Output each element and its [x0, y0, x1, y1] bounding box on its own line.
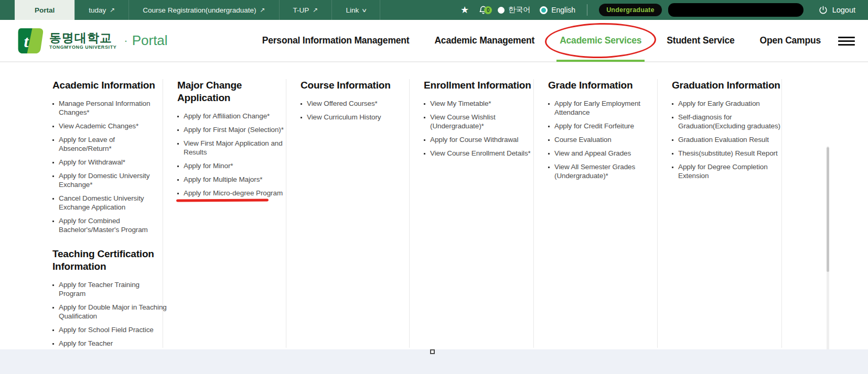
menu-item-self-diagnosis-for-graduation-excluding-graduates[interactable]: Self-diagnosis for Graduation(Excluding … [672, 113, 786, 130]
menu-item-label: Apply for Leave of Absence/Return* [59, 135, 167, 153]
menu-item-label: Self-diagnosis for Graduation(Excluding … [678, 113, 786, 130]
menu-item-view-curriculum-history[interactable]: View Curriculum History [301, 113, 415, 122]
radio-dot-selected-icon [540, 6, 548, 14]
nav-item-label: Personal Information Management [262, 35, 410, 46]
main-navigation: Personal Information ManagementAcademic … [250, 20, 833, 62]
topbar-tab-tuday[interactable]: tuday↗ [74, 0, 128, 20]
menu-item-label: View and Appeal Grades [554, 149, 631, 158]
menu-item-label: Apply for Teacher Training Program [59, 280, 167, 298]
menu-column-6: Graduation InformationApply for Early Gr… [672, 79, 786, 194]
menu-item-label: Apply for Early Graduation [678, 99, 760, 108]
menu-section-title: Enrollment Information [424, 79, 538, 92]
nav-academic-services[interactable]: Academic Services [547, 20, 654, 62]
menu-item-apply-for-first-major-selection[interactable]: Apply for First Major (Selection)* [177, 125, 292, 134]
menu-item-view-first-major-application-and-results[interactable]: View First Major Application and Results [177, 139, 292, 157]
menu-item-view-course-wishlist-undergraduate[interactable]: View Course Wishlist (Undergraduate)* [424, 113, 538, 130]
menu-item-manage-personal-information-changes[interactable]: Manage Personal Information Changes* [52, 99, 167, 117]
menu-item-course-evaluation[interactable]: Course Evaluation [548, 135, 662, 144]
topbar-tab-t-up[interactable]: T-UP↗ [279, 0, 332, 20]
bullet-icon [548, 153, 550, 155]
menu-item-apply-for-affiliation-change[interactable]: Apply for Affiliation Change* [177, 112, 292, 120]
topbar-tab-link[interactable]: Link∨ [331, 0, 380, 20]
topbar-tab-label: Link [346, 6, 359, 14]
menu-item-apply-for-teacher-training-program[interactable]: Apply for Teacher Training Program [52, 280, 167, 298]
menu-item-view-all-semester-grades-undergraduate[interactable]: View All Semester Grades (Undergraduate)… [548, 162, 662, 180]
topbar-tab-label: tuday [89, 6, 106, 14]
menu-item-list: Apply for Teacher Training ProgramApply … [52, 280, 167, 348]
menu-item-view-and-appeal-grades[interactable]: View and Appeal Grades [548, 149, 662, 158]
menu-item-view-my-timetable[interactable]: View My Timetable* [424, 99, 538, 108]
menu-item-label: Apply for Micro-degree Program [184, 189, 283, 197]
menu-item-cancel-domestic-university-exchange-application[interactable]: Cancel Domestic University Exchange Appl… [52, 194, 167, 212]
menu-item-apply-for-double-major-in-teaching-qualification[interactable]: Apply for Double Major in Teaching Quali… [52, 303, 167, 321]
menu-item-apply-for-multiple-majors[interactable]: Apply for Multiple Majors* [177, 175, 292, 184]
menu-item-view-offered-courses[interactable]: View Offered Courses* [301, 99, 415, 108]
language-option-english[interactable]: English [540, 6, 575, 14]
notifications-bell-button[interactable]: 0 [478, 5, 488, 15]
menu-item-label: Apply for Multiple Majors* [184, 175, 262, 184]
menu-item-label: Apply for Domestic University Exchange* [59, 171, 167, 189]
menu-item-apply-for-degree-completion-extension[interactable]: Apply for Degree Completion Extension [672, 162, 786, 180]
hamburger-menu-button[interactable] [838, 37, 855, 46]
university-logo-icon: t [16, 28, 44, 54]
nav-open-campus[interactable]: Open Campus [747, 20, 833, 62]
menu-item-apply-for-teacher[interactable]: Apply for Teacher [52, 339, 167, 348]
nav-personal-information-management[interactable]: Personal Information Management [250, 20, 422, 62]
topbar-tab-label: T-UP [293, 6, 309, 14]
topbar-tab-label: Portal [35, 6, 55, 14]
bullet-icon [301, 117, 302, 118]
bullet-icon [52, 126, 54, 127]
menu-item-label: Apply for Credit Forfeiture [554, 122, 634, 130]
menu-item-apply-for-withdrawal[interactable]: Apply for Withdrawal* [52, 158, 167, 167]
topbar-tab-course-registration-undergraduate[interactable]: Course Registration(undergraduate)↗ [128, 0, 278, 20]
bullet-icon [52, 307, 54, 309]
menu-item-graduation-evaluation-result[interactable]: Graduation Evaluation Result [672, 135, 786, 144]
menu-item-apply-for-credit-forfeiture[interactable]: Apply for Credit Forfeiture [548, 122, 662, 130]
university-logo-link[interactable]: t 동명대학교 TONGMYONG UNIVERSITY · Portal [16, 28, 168, 54]
bullet-icon [52, 284, 54, 286]
menu-item-label: Apply for Affiliation Change* [184, 112, 270, 120]
menu-item-apply-for-minor[interactable]: Apply for Minor* [177, 161, 292, 170]
bullet-icon [672, 153, 673, 155]
menu-item-label: Thesis(substitute) Result Report [678, 149, 778, 158]
menu-item-apply-for-course-withdrawal[interactable]: Apply for Course Withdrawal [424, 135, 538, 144]
menu-item-label: Apply for Teacher [59, 339, 113, 348]
logout-button[interactable]: Logout [818, 5, 855, 15]
menu-column-1: Academic InformationManage Personal Info… [52, 79, 167, 349]
menu-item-apply-for-domestic-university-exchange[interactable]: Apply for Domestic University Exchange* [52, 171, 167, 189]
menu-section-title: Graduation Information [672, 79, 786, 92]
menu-item-view-course-enrollment-details[interactable]: View Course Enrollment Details* [424, 149, 538, 158]
portal-dot: · [124, 34, 127, 48]
menu-item-apply-for-micro-degree-program[interactable]: Apply for Micro-degree Program [177, 189, 292, 197]
menu-section-title: Major Change Application [177, 79, 292, 104]
nav-item-label: Academic Services [560, 35, 641, 46]
nav-student-service[interactable]: Student Service [654, 20, 747, 62]
menu-item-apply-for-early-employment-attendance[interactable]: Apply for Early Employment Attendance [548, 99, 662, 117]
bullet-icon [177, 179, 179, 181]
svg-text:t: t [24, 31, 29, 50]
menu-section-title: Teaching Certification Information [52, 248, 167, 273]
menu-item-apply-for-school-field-practice[interactable]: Apply for School Field Practice [52, 325, 167, 334]
language-option-korean[interactable]: 한국어 [498, 5, 530, 15]
favorites-star-icon[interactable]: ★ [460, 5, 469, 15]
menu-item-thesis-substitute-result-report[interactable]: Thesis(substitute) Result Report [672, 149, 786, 158]
redacted-username [668, 3, 803, 17]
logo-text-block: 동명대학교 TONGMYONG UNIVERSITY [49, 31, 116, 49]
menu-item-label: Apply for School Field Practice [59, 325, 154, 334]
menu-item-label: View Offered Courses* [307, 99, 378, 108]
menu-section-title: Grade Information [548, 79, 662, 92]
menu-item-apply-for-early-graduation[interactable]: Apply for Early Graduation [672, 99, 786, 108]
megamenu-scrollbar-thumb[interactable] [827, 147, 829, 272]
menu-section-academic-information: Academic InformationManage Personal Info… [52, 79, 167, 234]
menu-item-view-academic-changes[interactable]: View Academic Changes* [52, 122, 167, 130]
menu-item-label: Apply for Withdrawal* [59, 158, 125, 167]
nav-academic-management[interactable]: Academic Management [422, 20, 547, 62]
topbar-right-cluster: ★ 0 한국어 English Undergraduate [460, 0, 868, 20]
hamburger-bar [838, 44, 855, 46]
bullet-icon [52, 329, 54, 331]
menu-item-label: Course Evaluation [554, 135, 612, 144]
menu-item-apply-for-leave-of-absence-return[interactable]: Apply for Leave of Absence/Return* [52, 135, 167, 153]
menu-section-enrollment-information: Enrollment InformationView My Timetable*… [424, 79, 538, 158]
topbar-tab-portal[interactable]: Portal [15, 0, 74, 20]
menu-item-apply-for-combined-bachelor-s-master-s-program[interactable]: Apply for Combined Bachelor's/Master's P… [52, 216, 167, 234]
